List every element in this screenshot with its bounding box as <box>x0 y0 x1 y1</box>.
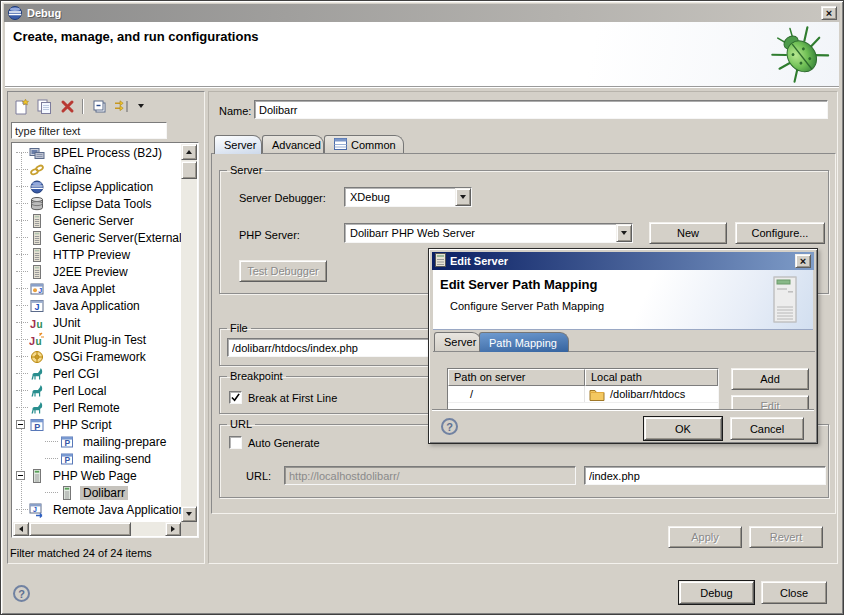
tree-item-dolibarr[interactable]: Dolibarr <box>13 484 182 501</box>
perl-icon <box>29 400 45 416</box>
configure-server-button[interactable]: Configure... <box>735 222 825 244</box>
horizontal-scroll-thumb[interactable] <box>29 522 131 536</box>
column-path-on-server[interactable]: Path on server <box>448 369 585 386</box>
new-config-button[interactable] <box>11 97 31 115</box>
svg-text:J: J <box>35 302 40 312</box>
scroll-right-icon[interactable] <box>165 522 181 536</box>
name-input[interactable] <box>254 100 828 119</box>
break-at-first-line-checkbox[interactable] <box>229 391 242 404</box>
tree-item-remote-java-application[interactable]: JRemote Java Application <box>13 501 182 518</box>
collapse-toggle-icon[interactable] <box>16 471 25 480</box>
tree-item-http-preview[interactable]: HTTP Preview <box>13 246 182 263</box>
edit-server-tab-server-label: Server <box>444 336 476 348</box>
dialog-help-button[interactable]: ? <box>441 418 458 435</box>
cancel-button[interactable]: Cancel <box>730 417 804 440</box>
filter-status: Filter matched 24 of 24 items <box>10 547 152 559</box>
tree-item-mailing-prepare[interactable]: Pmailing-prepare <box>13 433 182 450</box>
new-server-button[interactable]: New <box>649 222 727 244</box>
url-path-input[interactable] <box>584 466 826 485</box>
tree-item-label: Eclipse Application <box>50 180 156 194</box>
collapse-toggle-icon[interactable] <box>16 420 25 429</box>
tree-item-mailing-send[interactable]: Pmailing-send <box>13 450 182 467</box>
scroll-up-icon[interactable] <box>181 144 197 160</box>
chain-icon <box>29 162 45 178</box>
edit-server-titlebar[interactable]: Edit Server × <box>432 252 814 270</box>
duplicate-config-button[interactable] <box>34 97 54 115</box>
ok-button[interactable]: OK <box>644 417 722 440</box>
tree-item-perl-cgi[interactable]: Perl CGI <box>13 365 182 382</box>
path-mapping-table-header: Path on server Local path <box>448 369 718 386</box>
tree-item-label: Remote Java Application <box>50 503 182 517</box>
tree-item-label: PHP Script <box>50 418 114 432</box>
auto-generate-checkbox[interactable] <box>229 436 242 449</box>
tree-item-generic-server[interactable]: Generic Server <box>13 212 182 229</box>
tab-server[interactable]: Server <box>214 135 262 154</box>
view-menu-button[interactable] <box>135 97 147 115</box>
php-server-select[interactable]: Dolibarr PHP Web Server <box>344 223 633 243</box>
close-button[interactable]: Close <box>761 581 827 604</box>
tree-vertical-scrollbar[interactable] <box>181 144 197 522</box>
tree-indent <box>13 263 29 280</box>
tree-item-generic-server-external-la[interactable]: Generic Server(External La <box>13 229 182 246</box>
server-debugger-select[interactable]: XDebug <box>344 187 472 207</box>
header-banner: Create, manage, and run configurations <box>5 22 839 87</box>
filter-launch-configs-button[interactable] <box>112 97 132 115</box>
scroll-left-icon[interactable] <box>13 522 29 536</box>
edit-mapping-button[interactable]: Edit <box>731 395 809 409</box>
debug-bug-icon <box>769 23 831 87</box>
local-path-text: /dolibarr/htdocs <box>610 388 685 400</box>
tree-item-junit-plug-in-test[interactable]: JuJUnit Plug-in Test <box>13 331 182 348</box>
tree-indent <box>13 382 29 399</box>
tree-item-label: Perl Remote <box>50 401 123 415</box>
tree-indent <box>13 161 29 178</box>
path-mapping-row[interactable]: //dolibarr/htdocs <box>448 386 718 403</box>
column-local-path[interactable]: Local path <box>585 369 718 386</box>
tree-item-j2ee-preview[interactable]: J2EE Preview <box>13 263 182 280</box>
dropdown-arrow-icon[interactable] <box>455 188 471 206</box>
vertical-scroll-thumb[interactable] <box>181 161 197 179</box>
tab-common-label: Common <box>351 139 396 151</box>
tab-advanced[interactable]: Advanced <box>262 135 324 153</box>
tree-item-cha-ne[interactable]: Chaîne <box>13 161 182 178</box>
add-mapping-button[interactable]: Add <box>731 368 809 390</box>
test-debugger-button[interactable]: Test Debugger <box>239 260 327 282</box>
tree-view[interactable]: BPEL Process (B2J)ChaîneEclipse Applicat… <box>13 144 182 522</box>
tree-indent <box>13 314 29 331</box>
filter-input[interactable] <box>11 122 167 139</box>
tree-item-php-script[interactable]: PPHP Script <box>13 416 182 433</box>
tree-item-php-web-page[interactable]: PHP Web Page <box>13 467 182 484</box>
collapse-all-button[interactable] <box>89 97 109 115</box>
tree-item-java-application[interactable]: JJava Application <box>13 297 182 314</box>
window-close-button[interactable]: × <box>821 6 837 20</box>
path-mapping-table: Path on server Local path //dolibarr/htd… <box>447 368 719 409</box>
tree-horizontal-scrollbar[interactable] <box>13 522 181 536</box>
revert-button[interactable]: Revert <box>749 526 823 548</box>
edit-server-tab-server[interactable]: Server <box>434 332 481 351</box>
debug-button[interactable]: Debug <box>679 581 754 604</box>
titlebar[interactable]: Debug × <box>4 4 840 22</box>
tree-item-eclipse-data-tools[interactable]: Eclipse Data Tools <box>13 195 182 212</box>
tree-indent <box>13 450 59 467</box>
base-url-input[interactable] <box>284 466 576 485</box>
osgi-icon <box>29 349 45 365</box>
apply-button[interactable]: Apply <box>668 526 742 548</box>
tree-item-bpel-process-b2j-[interactable]: BPEL Process (B2J) <box>13 144 182 161</box>
tree-item-perl-local[interactable]: Perl Local <box>13 382 182 399</box>
delete-config-button[interactable] <box>57 97 77 115</box>
tree-item-label: Generic Server(External La <box>50 231 182 245</box>
tab-common[interactable]: Common <box>324 135 404 153</box>
edit-server-tab-path-mapping[interactable]: Path Mapping <box>479 332 569 352</box>
tree-item-osgi-framework[interactable]: OSGi Framework <box>13 348 182 365</box>
folder-icon <box>589 386 605 402</box>
tree-item-perl-remote[interactable]: Perl Remote <box>13 399 182 416</box>
edit-server-close-button[interactable]: × <box>795 254 811 268</box>
tree-item-junit[interactable]: JuJUnit <box>13 314 182 331</box>
tree-item-java-applet[interactable]: JJava Applet <box>13 280 182 297</box>
dropdown-arrow-icon[interactable] <box>616 224 632 242</box>
database-icon <box>29 196 45 212</box>
scroll-down-icon[interactable] <box>181 506 197 522</box>
php-server-label: PHP Server: <box>239 229 300 241</box>
help-button[interactable]: ? <box>13 585 30 602</box>
window-title: Debug <box>27 7 61 19</box>
tree-item-eclipse-application[interactable]: Eclipse Application <box>13 178 182 195</box>
